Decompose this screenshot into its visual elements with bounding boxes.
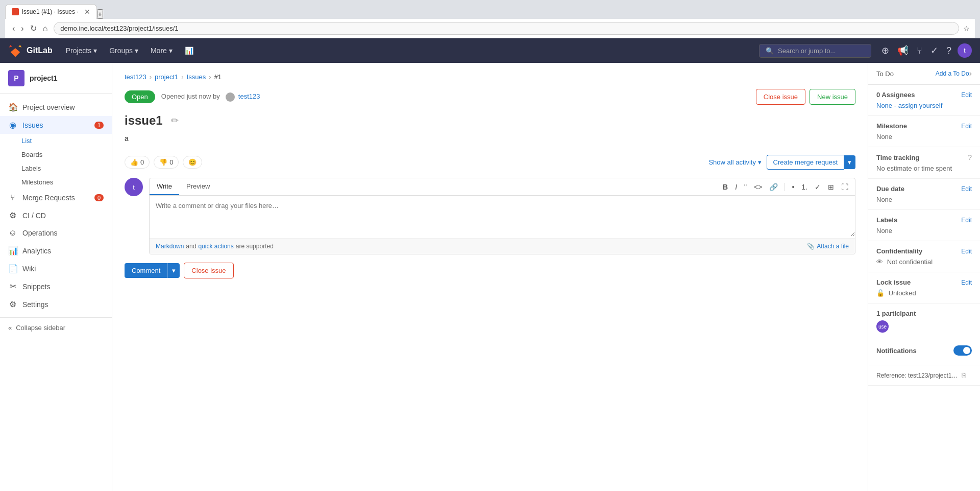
comment-footer: Markdown and quick actions are supported… (150, 238, 855, 254)
forward-button[interactable]: › (19, 22, 26, 34)
sidebar-sub-item-milestones[interactable]: Milestones (0, 175, 112, 189)
breadcrumb-current: #1 (214, 73, 222, 81)
italic-button[interactable]: I (732, 181, 740, 193)
author-link[interactable]: test123 (238, 92, 260, 100)
nav-groups[interactable]: Groups ▾ (104, 43, 143, 58)
collapse-sidebar-button[interactable]: « Collapse sidebar (0, 317, 112, 338)
task-list-button[interactable]: ✓ (812, 181, 823, 193)
bullet-list-button[interactable]: • (789, 181, 797, 193)
comment-dropdown-button[interactable]: ▾ (167, 263, 180, 278)
due-date-edit-button[interactable]: Edit (961, 185, 972, 193)
time-tracking-header: Time tracking ? (876, 153, 972, 161)
markdown-link[interactable]: Markdown (156, 243, 184, 250)
todo-expand-button[interactable]: › (969, 69, 972, 78)
thumbs-down-button[interactable]: 👎 0 (154, 156, 179, 169)
link-button[interactable]: 🔗 (767, 181, 780, 193)
merge-request-nav-icon[interactable]: ⑂ (915, 43, 924, 58)
broadcast-icon[interactable]: 📢 (895, 43, 911, 58)
tab-preview[interactable]: Preview (179, 178, 217, 195)
breadcrumb: test123 › project1 › Issues › #1 (125, 73, 855, 81)
milestone-value: None (876, 133, 972, 141)
right-sidebar: To Do Add a To Do › 0 Assignees Edit Non… (868, 63, 980, 491)
browser-tab-active[interactable]: issue1 (#1) · Issues · ✕ (5, 4, 97, 19)
ordered-list-button[interactable]: 1. (799, 181, 810, 193)
nav-more[interactable]: More ▾ (145, 43, 178, 58)
cicd-icon: ⚙ (8, 211, 17, 220)
nav-search[interactable]: 🔍 Search or jump to... (759, 44, 871, 58)
confidentiality-edit-button[interactable]: Edit (961, 248, 972, 255)
new-tab-button[interactable]: + (97, 9, 103, 19)
new-issue-button[interactable]: New issue (810, 89, 855, 105)
sidebar-sub-item-boards[interactable]: Boards (0, 148, 112, 161)
notifications-label: Notifications (876, 347, 953, 355)
fullscreen-button[interactable]: ⛶ (839, 181, 851, 193)
sidebar-sub-item-labels[interactable]: Labels (0, 161, 112, 175)
sidebar-item-settings[interactable]: ⚙ Settings (0, 295, 112, 313)
address-bar[interactable] (54, 22, 959, 35)
time-tracking-help-icon[interactable]: ? (968, 153, 972, 161)
comment-input[interactable] (150, 196, 855, 237)
close-issue-header-button[interactable]: Close issue (756, 89, 805, 105)
labels-edit-button[interactable]: Edit (961, 217, 972, 224)
attach-file-button[interactable]: 📎 Attach a file (807, 243, 849, 250)
tab-write[interactable]: Write (150, 178, 179, 195)
time-tracking-label: Time tracking (876, 154, 968, 161)
sidebar-item-label: Wiki (22, 265, 36, 273)
back-button[interactable]: ‹ (10, 22, 17, 34)
copy-reference-button[interactable]: ⎘ (962, 371, 966, 379)
user-avatar[interactable]: t (958, 43, 972, 58)
participants-list: use (876, 320, 972, 333)
assignees-edit-button[interactable]: Edit (961, 91, 972, 99)
show-activity-button[interactable]: Show all activity ▾ (708, 158, 761, 166)
assignees-value[interactable]: None - assign yourself (876, 102, 972, 109)
emoji-icon: 😊 (188, 158, 197, 166)
sidebar-sub-item-list[interactable]: List (0, 134, 112, 148)
sidebar-item-cicd[interactable]: ⚙ CI / CD (0, 206, 112, 224)
reaction-bar: 👍 0 👎 0 😊 Show all activity ▾ Create mer… (125, 155, 855, 170)
milestone-edit-button[interactable]: Edit (961, 123, 972, 130)
sidebar-item-project-overview[interactable]: 🏠 Project overview (0, 98, 112, 116)
add-todo-button[interactable]: Add a To Do (936, 70, 969, 77)
create-mr-dropdown-button[interactable]: ▾ (844, 155, 855, 169)
home-button[interactable]: ⌂ (41, 22, 50, 34)
thumbs-up-button[interactable]: 👍 0 (125, 156, 150, 169)
quote-button[interactable]: " (742, 181, 749, 193)
labels-value: None (876, 227, 972, 235)
reference-value: Reference: test123/project1… ⎘ (876, 371, 972, 379)
gitlab-fox-icon (8, 43, 22, 58)
thumbs-down-count: 0 (169, 158, 173, 166)
sidebar-nav: 🏠 Project overview ◉ Issues 1 List Board… (0, 94, 112, 317)
comment-button[interactable]: Comment (125, 263, 167, 278)
help-nav-icon[interactable]: ? (944, 43, 953, 58)
gitlab-logo[interactable]: GitLab (8, 43, 53, 58)
bold-button[interactable]: B (720, 181, 730, 193)
notifications-toggle[interactable] (953, 345, 972, 356)
author-avatar (226, 92, 235, 102)
sidebar-item-snippets[interactable]: ✂ Snippets (0, 277, 112, 295)
breadcrumb-test123[interactable]: test123 (125, 73, 146, 81)
create-new-icon[interactable]: ⊕ (879, 43, 891, 58)
code-button[interactable]: <> (751, 181, 765, 193)
sidebar-item-issues[interactable]: ◉ Issues 1 (0, 116, 112, 134)
quick-actions-link[interactable]: quick actions (198, 243, 233, 250)
sidebar-item-operations[interactable]: ⎉ Operations (0, 224, 112, 242)
create-merge-request-button[interactable]: Create merge request (767, 155, 844, 170)
add-reaction-button[interactable]: 😊 (183, 156, 202, 169)
sidebar-item-analytics[interactable]: 📊 Analytics (0, 242, 112, 260)
close-tab-button[interactable]: ✕ (84, 8, 90, 16)
breadcrumb-project1[interactable]: project1 (155, 73, 178, 81)
bookmark-icon[interactable]: ☆ (963, 25, 970, 33)
breadcrumb-issues[interactable]: Issues (187, 73, 206, 81)
todo-nav-icon[interactable]: ✓ (928, 43, 940, 58)
close-issue-button[interactable]: Close issue (184, 263, 233, 278)
nav-activity-icon[interactable]: 📊 (180, 43, 199, 58)
browser-addressbar: ‹ › ↻ ⌂ ☆ (5, 19, 975, 38)
lock-issue-edit-button[interactable]: Edit (961, 279, 972, 286)
nav-projects[interactable]: Projects ▾ (61, 43, 102, 58)
reload-button[interactable]: ↻ (28, 22, 39, 34)
comment-area: t Write Preview B I " <> 🔗 • 1. ✓ (125, 178, 855, 254)
sidebar-item-merge-requests[interactable]: ⑂ Merge Requests 0 (0, 189, 112, 206)
table-button[interactable]: ⊞ (825, 181, 837, 193)
sidebar-item-wiki[interactable]: 📄 Wiki (0, 260, 112, 277)
edit-title-button[interactable]: ✏ (169, 113, 181, 128)
